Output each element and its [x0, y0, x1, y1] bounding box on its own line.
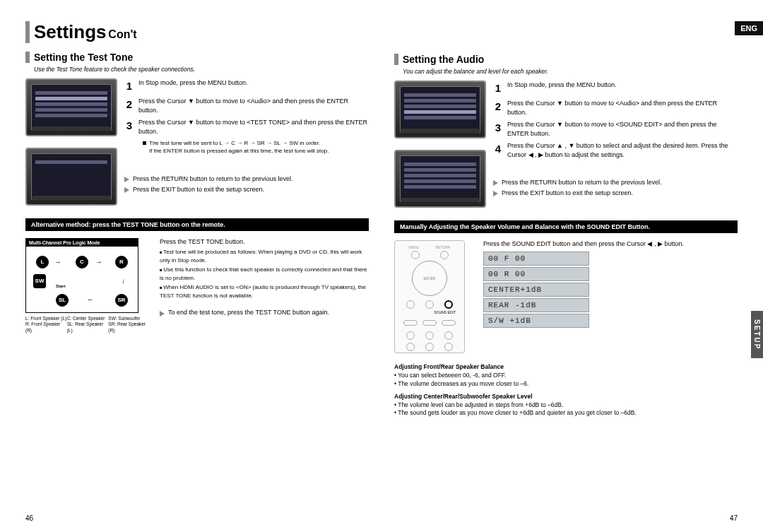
title-sub: Con't	[108, 28, 136, 40]
screenshot-test-tone	[25, 148, 117, 206]
sound-edit-band: Manually Adjusting the Speaker Volume an…	[394, 220, 738, 233]
speaker-legend: L: Front Speaker (L)C: Center SpeakerSW:…	[25, 316, 150, 333]
speaker-r-icon: R	[115, 256, 128, 268]
sub-title: Adjusting Center/Rear/Subwoofer Speaker …	[394, 393, 738, 401]
speaker-l-icon: L	[36, 256, 49, 268]
step-number: 1	[124, 78, 134, 94]
page-right: ENG SETUP Setting the Audio You can adju…	[382, 0, 763, 532]
note-text: If the ENTER button is pressed again at …	[149, 147, 369, 155]
section-title: Setting the Audio	[403, 54, 484, 65]
bullet-text: Press the EXIT button to exit the setup …	[133, 185, 264, 194]
arrow-icon: →	[54, 258, 61, 266]
speaker-diagram: Multi-Channel Pro Logic Mode L C R SW SL…	[25, 238, 138, 313]
step-number: 3	[124, 118, 134, 136]
step-text: Press the Cursor ▲ , ▼ button to select …	[507, 141, 738, 160]
step-text: In Stop mode, press the MENU button.	[138, 78, 248, 94]
screenshot-audio-menu	[25, 78, 117, 136]
remote-button	[442, 320, 456, 326]
step-number: 2	[493, 99, 503, 117]
lcd-line: 00 R 00	[483, 267, 589, 281]
adjust-front-rear: Adjusting Front/Rear Speaker Balance • Y…	[394, 363, 738, 389]
section-bar-icon	[25, 52, 30, 63]
lcd-line: CENTER+1dB	[483, 283, 589, 297]
remote-button	[411, 251, 420, 259]
page-left: Settings Con't Setting the Test Tone Use…	[0, 0, 382, 532]
remote-button	[444, 331, 453, 340]
section-intro: You can adjust the balance and level for…	[403, 68, 738, 75]
step-text: Press the Cursor ▼ button to move to <TE…	[138, 118, 369, 136]
remote-button	[425, 343, 434, 351]
remote-button	[444, 343, 453, 351]
page-number: 46	[25, 514, 33, 522]
triangle-icon	[124, 177, 129, 182]
page-number: 47	[730, 514, 738, 522]
triangle-icon	[124, 187, 129, 193]
lcd-line: 00 F 00	[483, 252, 589, 266]
speaker-sr-icon: SR	[115, 294, 128, 307]
speaker-sw-icon: SW	[33, 274, 46, 288]
arrow-icon: ←	[87, 295, 94, 303]
step-text: In Stop mode, press the MENU button.	[507, 81, 617, 96]
triangle-icon	[160, 311, 165, 317]
language-tab: ENG	[735, 21, 763, 35]
sound-edit-label: SOUND EDIT	[434, 310, 456, 314]
note-text: The test tone will be sent to L → C → R …	[149, 140, 320, 146]
step-text: Press the Cursor ▼ button to move to <Au…	[507, 99, 738, 117]
square-bullet-icon	[143, 141, 146, 145]
triangle-icon	[493, 180, 498, 186]
lcd-line: S/W +1dB	[483, 314, 589, 328]
remote-diagram: MENURETURN SOUND EDIT	[394, 240, 465, 353]
section-bar-icon	[394, 54, 398, 65]
screenshot-sound-edit	[394, 150, 486, 208]
lcd-display-stack: 00 F 00 00 R 00 CENTER+1dB REAR -1dB S/W…	[483, 252, 738, 328]
test-tone-notes: Test tone will be produced as follows: W…	[160, 248, 369, 300]
speaker-c-icon: C	[76, 256, 88, 268]
diagram-start-label: Start	[56, 284, 66, 288]
remote-button	[406, 343, 415, 351]
steps-list: 1In Stop mode, press the MENU button. 2P…	[124, 78, 369, 206]
press-test-tone: Press the TEST TONE button.	[160, 238, 369, 245]
step-number: 2	[124, 97, 134, 115]
section-title: Setting the Test Tone	[34, 52, 133, 63]
page-title: Settings Con't	[25, 21, 369, 43]
remote-button	[422, 320, 437, 326]
step-text: Press the Cursor ▼ button to move to <SO…	[507, 120, 738, 138]
bullet-text: Press the RETURN button to return to the…	[502, 178, 662, 187]
setup-side-tab: SETUP	[751, 311, 763, 358]
remote-button	[440, 251, 449, 259]
remote-button	[425, 300, 434, 309]
step-number: 4	[493, 141, 503, 160]
diagram-title: Multi-Channel Pro Logic Mode	[26, 239, 138, 247]
step-number: 1	[493, 81, 503, 96]
step-text: Press the Cursor ▼ button to move to <Au…	[138, 97, 369, 115]
bullet-text: Press the RETURN button to return to the…	[133, 175, 293, 184]
alt-method-band: Alternative method: press the TEST TONE …	[25, 218, 369, 231]
remote-button	[406, 300, 415, 309]
end-test-tone: To end the test tone, press the TEST TON…	[168, 309, 329, 316]
section-audio: Setting the Audio	[394, 54, 738, 65]
remote-dpad	[412, 261, 447, 296]
screenshot-audio-menu	[394, 81, 486, 138]
adjust-center-rear-sub: Adjusting Center/Rear/Subwoofer Speaker …	[394, 393, 738, 418]
triangle-icon	[493, 191, 498, 196]
press-sound-edit: Press the SOUND EDIT button and then pre…	[483, 240, 738, 247]
remote-button	[403, 320, 418, 326]
remote-button	[425, 331, 434, 340]
section-intro: Use the Test Tone feature to check the s…	[34, 66, 369, 73]
step-number: 3	[493, 120, 503, 138]
arrow-icon: →	[95, 258, 102, 266]
steps-list: 1In Stop mode, press the MENU button. 2P…	[493, 81, 738, 208]
sound-edit-button	[444, 300, 453, 309]
lcd-line: REAR -1dB	[483, 298, 589, 312]
sub-title: Adjusting Front/Rear Speaker Balance	[394, 363, 738, 372]
title-main: Settings	[34, 21, 107, 42]
arrow-icon: ↓	[122, 277, 125, 285]
bullet-text: Press the EXIT button to exit the setup …	[502, 189, 633, 198]
remote-button	[406, 331, 415, 340]
section-test-tone: Setting the Test Tone	[25, 52, 369, 63]
speaker-sl-icon: SL	[56, 294, 69, 307]
